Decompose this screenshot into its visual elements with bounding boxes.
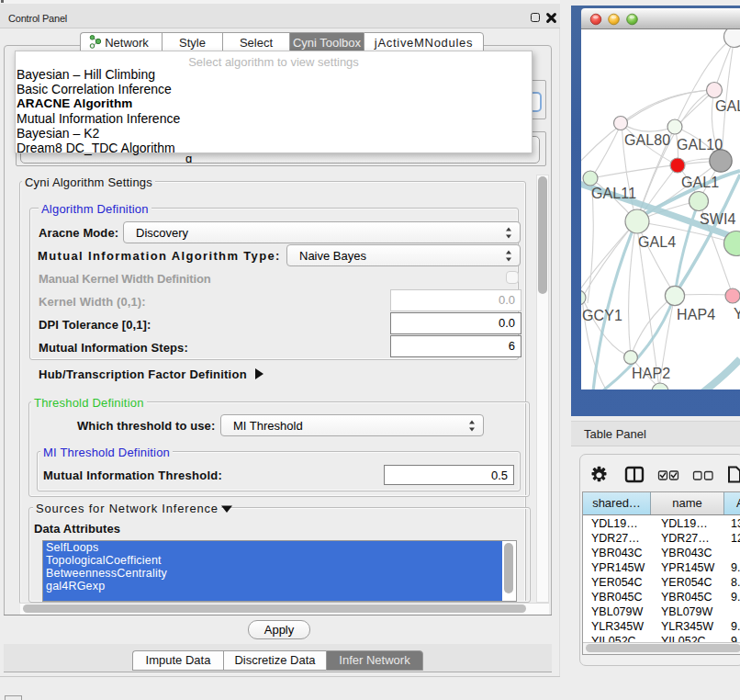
- svg-text:GAL1: GAL1: [681, 175, 719, 190]
- svg-text:HAP2: HAP2: [632, 366, 670, 381]
- svg-text:GAL80: GAL80: [624, 132, 670, 148]
- svg-text:GAL11: GAL11: [591, 186, 636, 201]
- svg-text:Y: Y: [734, 306, 740, 322]
- svg-text:GAL4: GAL4: [638, 234, 676, 250]
- svg-text:GAL: GAL: [715, 98, 740, 114]
- svg-text:GAL10: GAL10: [677, 137, 723, 152]
- svg-text:GCY1: GCY1: [582, 308, 622, 323]
- svg-text:HAP4: HAP4: [677, 307, 715, 322]
- svg-text:SWI4: SWI4: [700, 211, 736, 227]
